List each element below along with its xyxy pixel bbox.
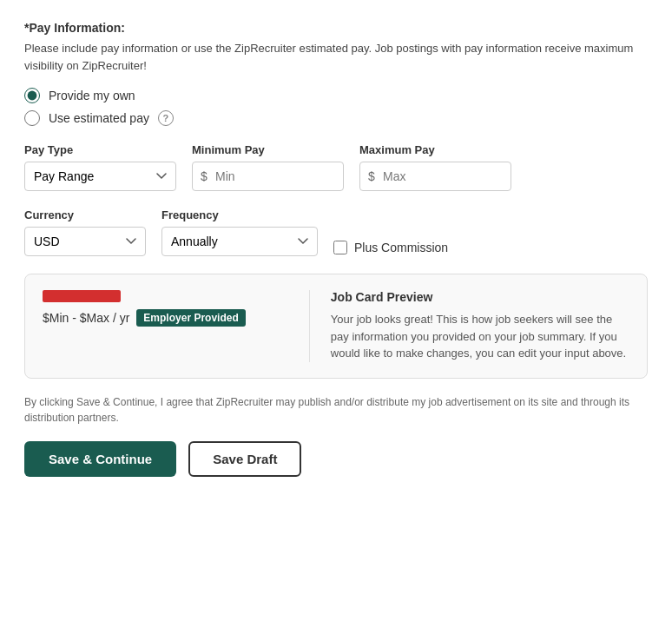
button-row: Save & Continue Save Draft <box>24 441 648 477</box>
currency-label: Currency <box>24 208 146 221</box>
radio-use-estimated-input[interactable] <box>24 110 40 126</box>
currency-select[interactable]: USD CAD EUR GBP <box>24 227 146 256</box>
commission-group[interactable]: Plus Commission <box>333 241 448 256</box>
currency-group: Currency USD CAD EUR GBP <box>24 208 146 256</box>
max-pay-prefix-wrapper: $ <box>359 162 511 191</box>
section-title: *Pay Information: <box>24 21 648 35</box>
commission-checkbox[interactable] <box>333 241 347 254</box>
min-pay-group: Minimum Pay $ <box>192 143 344 191</box>
commission-label: Plus Commission <box>354 241 448 254</box>
job-card-preview: $Min - $Max / yr Employer Provided Job C… <box>24 274 648 379</box>
radio-provide-own-input[interactable] <box>24 88 40 103</box>
save-draft-button[interactable]: Save Draft <box>188 441 301 477</box>
preview-pay-line: $Min - $Max / yr Employer Provided <box>43 309 292 327</box>
frequency-select[interactable]: Annually Hourly Monthly Weekly Daily <box>161 227 318 256</box>
pay-type-select[interactable]: Pay Range Exact Pay Starting Pay Up To <box>24 162 176 191</box>
pay-fields-row-1: Pay Type Pay Range Exact Pay Starting Pa… <box>24 143 648 191</box>
radio-use-estimated-label: Use estimated pay <box>49 111 149 125</box>
help-icon[interactable]: ? <box>158 110 174 126</box>
redacted-company-name <box>43 290 121 302</box>
preview-right-panel: Job Card Preview Your job looks great! T… <box>331 290 629 362</box>
min-pay-input[interactable] <box>192 162 344 191</box>
frequency-label: Frequency <box>161 208 318 221</box>
disclaimer-text: By clicking Save & Continue, I agree tha… <box>24 394 648 426</box>
radio-use-estimated[interactable]: Use estimated pay ? <box>24 110 648 126</box>
preview-title: Job Card Preview <box>331 290 629 304</box>
radio-provide-own[interactable]: Provide my own <box>24 88 648 103</box>
pay-type-group: Pay Type Pay Range Exact Pay Starting Pa… <box>24 143 176 191</box>
min-pay-prefix-wrapper: $ <box>192 162 344 191</box>
description-text: Please include pay information or use th… <box>24 40 648 74</box>
pay-fields-row-2: Currency USD CAD EUR GBP Frequency Annua… <box>24 208 648 256</box>
frequency-group: Frequency Annually Hourly Monthly Weekly… <box>161 208 318 256</box>
employer-provided-badge: Employer Provided <box>136 309 245 327</box>
pay-type-label: Pay Type <box>24 143 176 156</box>
max-pay-label: Maximum Pay <box>359 143 511 156</box>
preview-pay-text: $Min - $Max / yr <box>43 311 129 325</box>
preview-left-panel: $Min - $Max / yr Employer Provided <box>43 290 310 362</box>
max-pay-group: Maximum Pay $ <box>359 143 511 191</box>
preview-description: Your job looks great! This is how job se… <box>331 311 629 362</box>
min-pay-label: Minimum Pay <box>192 143 344 156</box>
radio-provide-own-label: Provide my own <box>49 89 135 102</box>
max-pay-input[interactable] <box>359 162 511 191</box>
save-continue-button[interactable]: Save & Continue <box>24 441 176 477</box>
